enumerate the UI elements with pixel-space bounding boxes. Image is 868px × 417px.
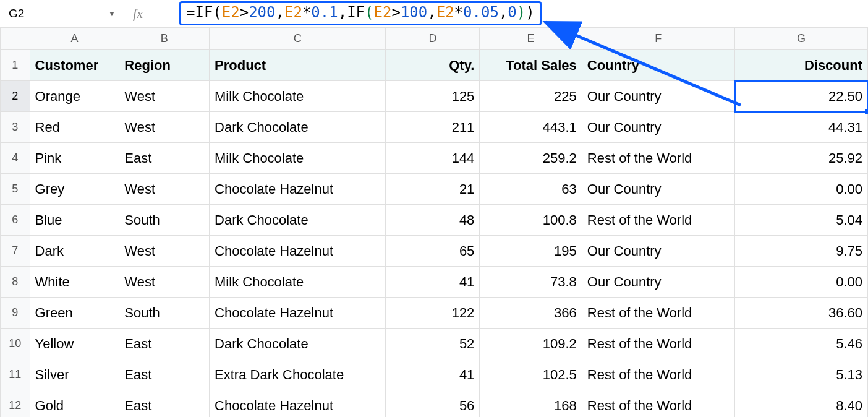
column-header[interactable]: C [210,28,386,50]
select-all-corner[interactable] [1,28,30,50]
data-cell[interactable]: Rest of the World [582,390,734,418]
data-cell[interactable]: South [119,298,210,329]
row-header[interactable]: 5 [1,174,30,205]
data-cell[interactable]: 63 [480,174,582,205]
data-cell[interactable]: 100.8 [480,205,582,236]
column-header[interactable]: F [582,28,734,50]
header-cell[interactable]: Qty. [386,50,480,81]
header-cell[interactable]: Region [119,50,210,81]
data-cell[interactable]: 0.00 [734,267,867,298]
spreadsheet-grid[interactable]: ABCDEFG 1CustomerRegionProductQty.Total … [0,27,868,417]
data-cell[interactable]: 25.92 [734,143,867,174]
data-cell[interactable]: Rest of the World [582,359,734,390]
data-cell[interactable]: 366 [480,298,582,329]
data-cell[interactable]: 9.75 [734,236,867,267]
data-cell[interactable]: 195 [480,236,582,267]
data-cell[interactable]: 36.60 [734,298,867,329]
data-cell[interactable]: 8.40 [734,390,867,418]
column-header[interactable]: D [386,28,480,50]
data-cell[interactable]: 109.2 [480,329,582,359]
data-cell[interactable]: Chocolate Hazelnut [210,390,386,418]
data-cell[interactable]: Grey [30,174,119,205]
data-cell[interactable]: 44.31 [734,112,867,143]
data-cell[interactable]: Dark Chocolate [210,112,386,143]
data-cell[interactable]: 144 [386,143,480,174]
data-cell[interactable]: Blue [30,205,119,236]
data-cell[interactable]: 122 [386,298,480,329]
column-header[interactable]: B [119,28,210,50]
data-cell[interactable]: Yellow [30,329,119,359]
data-cell[interactable]: Dark Chocolate [210,329,386,359]
data-cell[interactable]: Chocolate Hazelnut [210,298,386,329]
data-cell[interactable]: Dark Chocolate [210,205,386,236]
data-cell[interactable]: 21 [386,174,480,205]
data-cell[interactable]: Milk Chocolate [210,81,386,112]
data-cell[interactable]: 73.8 [480,267,582,298]
data-cell[interactable]: 5.46 [734,329,867,359]
data-cell[interactable]: Our Country [582,81,734,112]
data-cell[interactable]: 65 [386,236,480,267]
data-cell[interactable]: Chocolate Hazelnut [210,236,386,267]
row-header[interactable]: 10 [1,329,30,359]
data-cell[interactable]: Rest of the World [582,205,734,236]
data-cell[interactable]: 443.1 [480,112,582,143]
row-header[interactable]: 4 [1,143,30,174]
data-cell[interactable]: 41 [386,267,480,298]
data-cell[interactable]: Milk Chocolate [210,143,386,174]
data-cell[interactable]: 168 [480,390,582,418]
data-cell[interactable]: 5.04 [734,205,867,236]
row-header[interactable]: 8 [1,267,30,298]
data-cell[interactable]: Orange [30,81,119,112]
column-header[interactable]: E [480,28,582,50]
data-cell[interactable]: East [119,359,210,390]
row-header[interactable]: 7 [1,236,30,267]
data-cell[interactable]: East [119,329,210,359]
data-cell[interactable]: Chocolate Hazelnut [210,174,386,205]
formula-bar[interactable]: =IF(E2>200,E2*0.1,IF(E2>100,E2*0.05,0)) [179,1,542,25]
row-header[interactable]: 1 [1,50,30,81]
header-cell[interactable]: Country [582,50,734,81]
header-cell[interactable]: Customer [30,50,119,81]
row-header[interactable]: 6 [1,205,30,236]
data-cell[interactable]: 48 [386,205,480,236]
data-cell[interactable]: 0.00 [734,174,867,205]
data-cell[interactable]: 41 [386,359,480,390]
row-header[interactable]: 9 [1,298,30,329]
data-cell[interactable]: 102.5 [480,359,582,390]
row-header[interactable]: 3 [1,112,30,143]
data-cell[interactable]: Red [30,112,119,143]
data-cell[interactable]: White [30,267,119,298]
data-cell[interactable]: 259.2 [480,143,582,174]
header-cell[interactable]: Total Sales [480,50,582,81]
data-cell[interactable]: 225 [480,81,582,112]
data-cell[interactable]: Rest of the World [582,143,734,174]
data-cell[interactable]: Silver [30,359,119,390]
data-cell[interactable]: West [119,174,210,205]
data-cell[interactable]: West [119,236,210,267]
data-cell[interactable]: West [119,112,210,143]
data-cell[interactable]: Milk Chocolate [210,267,386,298]
data-cell[interactable]: Dark [30,236,119,267]
data-cell[interactable]: West [119,267,210,298]
data-cell[interactable]: Rest of the World [582,298,734,329]
name-box-dropdown-icon[interactable]: ▼ [103,9,121,18]
data-cell[interactable]: East [119,143,210,174]
name-box[interactable]: G2 ▼ [0,0,121,27]
data-cell[interactable]: 56 [386,390,480,418]
row-header[interactable]: 12 [1,390,30,418]
data-cell[interactable]: 52 [386,329,480,359]
data-cell[interactable]: South [119,205,210,236]
data-cell[interactable]: Gold [30,390,119,418]
data-cell[interactable]: Green [30,298,119,329]
data-cell[interactable]: Our Country [582,236,734,267]
active-cell[interactable]: 22.50 [734,81,867,112]
row-header[interactable]: 2 [1,81,30,112]
column-header[interactable]: G [734,28,867,50]
data-cell[interactable]: Our Country [582,267,734,298]
header-cell[interactable]: Product [210,50,386,81]
data-cell[interactable]: West [119,81,210,112]
data-cell[interactable]: East [119,390,210,418]
data-cell[interactable]: 5.13 [734,359,867,390]
data-cell[interactable]: Our Country [582,112,734,143]
header-cell[interactable]: Discount [734,50,867,81]
